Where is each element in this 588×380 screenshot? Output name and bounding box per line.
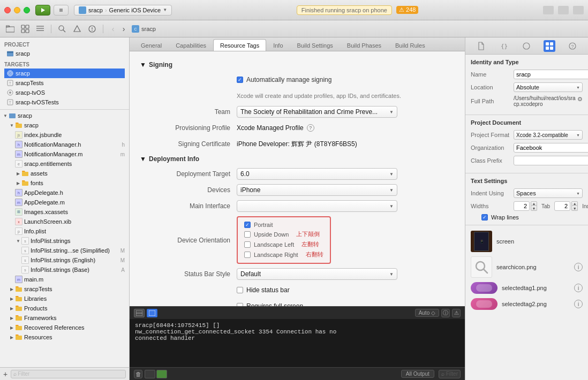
file-sracp-folder[interactable]: ▼ sracp <box>0 120 129 130</box>
tab-width-down[interactable]: ▼ <box>571 206 578 211</box>
auto-label[interactable]: Auto ◇ <box>415 309 439 317</box>
selectedtag1-size-btn[interactable]: i <box>574 284 583 292</box>
console-view-btn-2[interactable] <box>147 309 157 317</box>
file-images-xcassets[interactable]: ⊞ Images.xcassets <box>0 207 129 217</box>
tab-general[interactable]: General <box>134 39 169 51</box>
signing-triangle[interactable]: ▼ <box>140 62 146 67</box>
back-arrow[interactable]: ‹ <box>108 24 118 34</box>
file-tree-root[interactable]: ▼ sracp <box>0 111 129 120</box>
warning-badge[interactable]: ⚠ 248 <box>396 6 418 14</box>
tab-build-phases[interactable]: Build Phases <box>340 39 388 51</box>
class-prefix-input[interactable] <box>514 156 588 165</box>
project-format-dropdown[interactable]: Xcode 3.2-compatible ▼ <box>514 130 583 140</box>
main-interface-dropdown[interactable]: ▼ <box>237 200 397 212</box>
file-infoplist-strings[interactable]: ▼ s InfoPlist.strings <box>0 236 129 246</box>
sidebar-target-tvos[interactable]: sracp-tvOS <box>4 88 125 97</box>
utilities-toggle[interactable] <box>573 6 584 14</box>
indent-width-input[interactable] <box>514 201 530 211</box>
file-fonts[interactable]: ▶ fonts <box>0 178 129 188</box>
tab-resource-tags[interactable]: Resource Tags <box>213 39 266 51</box>
file-products[interactable]: ▶ Products <box>0 303 129 313</box>
tab-width-up[interactable]: ▲ <box>571 201 578 206</box>
indent-width-down[interactable]: ▼ <box>531 206 537 211</box>
navigator-toggle[interactable] <box>543 6 554 14</box>
file-appdelegate-h[interactable]: h AppDelegate.h <box>0 188 129 197</box>
organization-input[interactable] <box>514 143 588 153</box>
wrap-lines-checkbox[interactable] <box>481 214 488 221</box>
sidebar-project-sracp[interactable]: sracp <box>4 49 125 58</box>
sidebar-target-sracp[interactable]: sracp <box>4 69 125 78</box>
search-icon[interactable] <box>56 23 68 35</box>
name-input[interactable] <box>514 70 588 79</box>
file-item-searchicon[interactable]: searchicon.png i <box>465 254 588 280</box>
rpanel-code-btn[interactable]: {} <box>498 40 510 52</box>
selectedtag2-size-btn[interactable]: i <box>574 300 583 308</box>
file-recovered[interactable]: ▶ Recovered References <box>0 323 129 332</box>
console-trash-btn[interactable]: 🗑 <box>134 370 142 378</box>
console-layout-btn-2[interactable] <box>156 370 167 378</box>
file-index-jsbundle[interactable]: js index.jsbundle <box>0 130 129 140</box>
issue-icon[interactable] <box>86 23 98 35</box>
tab-build-rules[interactable]: Build Rules <box>388 39 432 51</box>
file-appdelegate-m[interactable]: m AppDelegate.m <box>0 197 129 207</box>
file-frameworks[interactable]: ▶ Frameworks <box>0 313 129 323</box>
file-item-selectedtag2[interactable]: selectedtag2.png i <box>465 296 588 312</box>
tab-capabilities[interactable]: Capabilities <box>169 39 213 51</box>
file-infoplist-english[interactable]: s InfoPlist.strings (English) M <box>0 255 129 265</box>
folder-icon[interactable] <box>4 23 16 35</box>
list-icon[interactable] <box>34 23 46 35</box>
file-entitlements[interactable]: e sracp.entitlements <box>0 159 129 169</box>
rpanel-grid-btn[interactable] <box>544 40 555 52</box>
rpanel-file-btn[interactable] <box>475 40 487 52</box>
file-libraries[interactable]: ▶ Libraries <box>0 294 129 303</box>
console-warn-btn[interactable]: ⚠ <box>452 309 461 317</box>
deployment-target-dropdown[interactable]: 6.0 ▼ <box>237 168 397 180</box>
status-bar-dropdown[interactable]: Default ▼ <box>237 268 397 280</box>
tab-info[interactable]: Info <box>266 39 290 51</box>
console-info-btn[interactable]: ⓘ <box>441 309 450 317</box>
provisioning-help-icon[interactable]: ? <box>307 124 314 132</box>
file-notif-h[interactable]: h NotificationManager.h h <box>0 140 129 149</box>
add-file-button[interactable]: + <box>3 370 7 378</box>
file-main-m[interactable]: m main.m <box>0 275 129 284</box>
grid-icon[interactable] <box>19 23 31 35</box>
tab-width-input[interactable] <box>554 201 570 211</box>
devices-dropdown[interactable]: iPhone ▼ <box>237 184 397 196</box>
all-output-label[interactable]: All Output <box>401 370 434 378</box>
file-assets[interactable]: ▶ assets <box>0 169 129 178</box>
auto-manage-checkbox[interactable] <box>237 77 243 83</box>
tab-build-settings[interactable]: Build Settings <box>290 39 340 51</box>
deployment-triangle[interactable]: ▼ <box>140 156 146 162</box>
team-dropdown[interactable]: The Society of Rehabilitation and Crime … <box>237 106 397 118</box>
sidebar-target-tvos-tests[interactable]: T sracp-tvOSTests <box>4 97 125 107</box>
debug-toggle[interactable] <box>558 6 569 14</box>
upside-down-checkbox[interactable] <box>244 231 251 238</box>
maximize-button[interactable] <box>24 7 30 13</box>
file-sracpTests-folder[interactable]: ▶ sracpTests <box>0 284 129 294</box>
landscape-left-checkbox[interactable] <box>244 241 251 248</box>
file-infoplist[interactable]: p Info.plist <box>0 226 129 236</box>
landscape-right-checkbox[interactable] <box>244 252 251 258</box>
file-notif-m[interactable]: m NotificationManager.m m <box>0 149 129 159</box>
file-resources[interactable]: ▶ Resources <box>0 332 129 342</box>
scheme-selector[interactable]: sracp › Generic iOS Device ▼ <box>74 5 172 16</box>
portrait-checkbox[interactable] <box>244 222 251 228</box>
full-path-gear[interactable]: ⚙ <box>577 95 583 103</box>
rpanel-help-btn[interactable]: ? <box>567 40 578 52</box>
hide-status-bar-checkbox[interactable] <box>237 287 243 293</box>
run-button[interactable] <box>35 5 50 16</box>
sidebar-target-sracpTests[interactable]: T sracpTests <box>4 78 125 88</box>
stop-button[interactable] <box>54 5 69 16</box>
location-dropdown[interactable]: Absolute ▼ <box>514 82 583 92</box>
close-button[interactable] <box>4 7 11 13</box>
file-infoplist-simplified[interactable]: s InfoPlist.string...se (Simplified) M <box>0 246 129 255</box>
minimize-button[interactable] <box>14 7 20 13</box>
forward-arrow[interactable]: › <box>119 24 129 34</box>
file-infoplist-base[interactable]: s InfoPlist.strings (Base) A <box>0 265 129 275</box>
indent-using-dropdown[interactable]: Spaces ▼ <box>514 188 583 198</box>
file-item-selectedtag1[interactable]: selectedtag1.png i <box>465 280 588 296</box>
rpanel-circle-btn[interactable] <box>521 40 532 52</box>
indent-width-up[interactable]: ▲ <box>531 201 537 206</box>
searchicon-size-btn[interactable]: i <box>574 263 583 271</box>
file-launchscreen[interactable]: x LaunchScreen.xib <box>0 217 129 226</box>
